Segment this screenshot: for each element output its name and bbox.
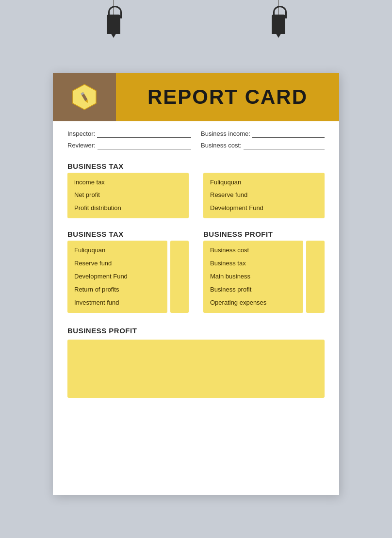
section2-left-side-box: [170, 241, 189, 312]
section2-right-side-box: [306, 241, 325, 312]
list-item: Net profit: [74, 191, 182, 199]
list-item: Main business: [210, 273, 296, 281]
section2-left-col: Fuliququan Reserve fund Development Fund…: [67, 241, 196, 312]
section3-big-box: [67, 340, 325, 398]
document-header: REPORT CARD: [53, 73, 339, 121]
form-col-left: Inspector: Reviewer:: [67, 130, 191, 153]
inspector-field: Inspector:: [67, 130, 191, 138]
section2-right-box-group: Business cost Business tax Main business…: [203, 241, 325, 312]
form-col-right: Business income: Business cost:: [201, 130, 325, 153]
section2-left-main-box: Fuliququan Reserve fund Development Fund…: [67, 241, 167, 312]
binder-clip-left: [107, 15, 120, 34]
binder-clip-right: [272, 15, 285, 34]
section3-title: BUSINESS PROFIT: [53, 323, 339, 337]
list-item: Business cost: [210, 246, 296, 255]
business-income-label: Business income:: [201, 130, 250, 137]
section2-left-title: BUSINESS TAX: [67, 228, 189, 241]
inspector-line: [97, 130, 191, 138]
report-card-title: REPORT CARD: [147, 85, 308, 109]
list-item: Operating expenses: [210, 299, 296, 307]
business-cost-label: Business cost:: [201, 142, 242, 149]
section1-right-box: Fuliququan Reserve fund Development Fund: [203, 173, 325, 219]
section2-content: Fuliququan Reserve fund Development Fund…: [53, 241, 339, 317]
reviewer-line: [98, 142, 191, 149]
list-item: Development Fund: [74, 273, 161, 281]
list-item: Profit distribution: [74, 204, 182, 212]
list-item: Business profit: [210, 286, 296, 294]
reviewer-field: Reviewer:: [67, 142, 191, 149]
section1-left-box: income tax Net profit Profit distributio…: [67, 173, 189, 219]
pencil-hexagon-icon: [70, 82, 99, 112]
business-income-field: Business income:: [201, 130, 325, 138]
inspector-label: Inspector:: [67, 130, 95, 137]
section1-content: income tax Net profit Profit distributio…: [53, 173, 339, 224]
list-item: Development Fund: [210, 204, 318, 212]
section2-right-col: Business cost Business tax Main business…: [196, 241, 325, 312]
section2-right-main-box: Business cost Business tax Main business…: [203, 241, 303, 312]
header-title-box: REPORT CARD: [116, 73, 339, 121]
document: REPORT CARD Inspector: Reviewer: Busines…: [53, 73, 339, 495]
business-cost-field: Business cost:: [201, 142, 325, 149]
form-fields: Inspector: Reviewer: Business income: Bu…: [53, 121, 339, 158]
section2-right-title-col: BUSINESS PROFIT: [196, 228, 325, 241]
list-item: income tax: [74, 179, 182, 187]
list-item: Return of profits: [74, 286, 161, 294]
section2-left-box-group: Fuliququan Reserve fund Development Fund…: [67, 241, 189, 312]
list-item: Business tax: [210, 260, 296, 268]
section1-right-col: Fuliququan Reserve fund Development Fund: [196, 173, 325, 219]
section1-title: BUSINESS TAX: [53, 158, 339, 173]
header-icon-box: [53, 73, 116, 121]
section1-left-col: income tax Net profit Profit distributio…: [67, 173, 196, 219]
business-income-line: [252, 130, 325, 138]
list-item: Investment fund: [74, 299, 161, 307]
section2-right-title: BUSINESS PROFIT: [203, 228, 325, 241]
page-wrapper: REPORT CARD Inspector: Reviewer: Busines…: [0, 0, 392, 538]
list-item: Reserve fund: [210, 191, 318, 199]
section2-labels: BUSINESS TAX BUSINESS PROFIT: [53, 228, 339, 241]
list-item: Fuliququan: [74, 246, 161, 255]
section2-left-title-col: BUSINESS TAX: [67, 228, 196, 241]
reviewer-label: Reviewer:: [67, 142, 96, 149]
list-item: Reserve fund: [74, 260, 161, 268]
business-cost-line: [244, 142, 325, 149]
list-item: Fuliququan: [210, 179, 318, 187]
